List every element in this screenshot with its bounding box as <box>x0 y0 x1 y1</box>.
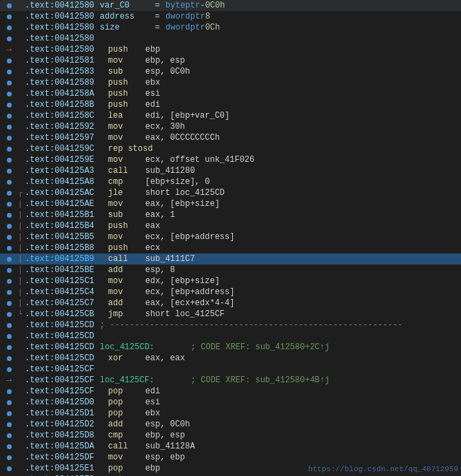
breakpoint-dot[interactable] <box>7 37 12 41</box>
breakpoint-dot[interactable] <box>7 14 12 19</box>
address: .text:004125D0 <box>25 397 94 407</box>
table-row: .text:00412581movebp, esp <box>0 55 461 66</box>
breakpoint-dot[interactable] <box>7 191 12 196</box>
breakpoint-dot[interactable] <box>7 279 12 284</box>
breakpoint-dot[interactable] <box>7 136 12 141</box>
mnemonic: add <box>94 298 143 308</box>
table-row: │.text:004125B8pushecx <box>0 242 461 253</box>
table-row: │.text:004125B4pusheax <box>0 220 461 231</box>
code-label: loc_4125CF: <box>94 375 177 385</box>
breakpoint-dot[interactable] <box>7 92 12 96</box>
line-content: .text:004125B8pushecx <box>25 243 461 253</box>
breakpoint-dot[interactable] <box>7 444 12 449</box>
operands: esi <box>143 89 161 99</box>
table-row: .text:004125CD <box>0 331 461 342</box>
breakpoint-dot[interactable] <box>7 158 12 163</box>
breakpoint-dot[interactable] <box>7 466 12 471</box>
line-content: .text:004125AEmoveax, [ebp+size] <box>25 199 461 209</box>
breakpoint-dot[interactable] <box>7 301 12 306</box>
var-label: var_C0 <box>94 1 150 10</box>
gutter-indicator <box>3 246 15 251</box>
breakpoint-dot[interactable] <box>7 367 12 372</box>
gutter-indicator <box>3 389 15 394</box>
table-row: .text:004125CF <box>0 364 461 375</box>
breakpoint-dot[interactable] <box>7 334 12 339</box>
breakpoint-dot[interactable] <box>7 213 12 218</box>
mnemonic: push <box>94 89 143 99</box>
table-row: └.text:004125CBjmpshort loc_4125CF <box>0 309 461 320</box>
breakpoint-dot[interactable] <box>7 147 12 152</box>
breakpoint-dot[interactable] <box>7 81 12 85</box>
mnemonic: cmp <box>94 177 143 187</box>
breakpoint-dot[interactable] <box>7 235 12 240</box>
breakpoint-dot[interactable] <box>7 202 12 207</box>
breakpoint-dot[interactable] <box>7 389 12 394</box>
address: .text:004125B9 <box>25 254 94 264</box>
breakpoint-dot[interactable] <box>7 224 12 229</box>
operands: sub_411280 <box>143 166 195 176</box>
gutter-indicator <box>3 59 15 63</box>
breakpoint-dot[interactable] <box>7 345 12 350</box>
address: .text:004125B4 <box>25 221 94 231</box>
breakpoint-dot[interactable] <box>7 400 12 405</box>
line-content: .text:00412580size=dword ptr 0Ch <box>25 23 461 32</box>
bracket-area: │ <box>15 234 25 241</box>
table-row: │.text:004125B5movecx, [ebp+address] <box>0 231 461 242</box>
breakpoint-dot[interactable] <box>7 422 12 427</box>
breakpoint-dot[interactable] <box>7 125 12 130</box>
breakpoint-dot[interactable] <box>7 411 12 416</box>
breakpoint-dot[interactable] <box>7 70 12 74</box>
breakpoint-dot[interactable] <box>7 25 12 30</box>
table-row: .text:0041259Crep stosd <box>0 143 461 154</box>
table-row: │.text:004125AEmoveax, [ebp+size] <box>0 198 461 209</box>
mnemonic: xor <box>94 353 143 363</box>
mnemonic: lea <box>94 111 143 121</box>
breakpoint-dot[interactable] <box>7 246 12 251</box>
operands: ebp <box>143 464 161 473</box>
bracket-area: │ <box>15 211 25 219</box>
operands: esi <box>143 397 161 407</box>
mnemonic: push <box>94 243 143 253</box>
breakpoint-dot[interactable] <box>7 455 12 460</box>
breakpoint-dot[interactable] <box>7 3 12 8</box>
line-content: .text:00412581movebp, esp <box>25 56 461 65</box>
gutter-indicator <box>3 147 15 152</box>
address: .text:004125D2 <box>25 420 94 429</box>
line-content: .text:004125B4pusheax <box>25 221 461 231</box>
operands: ecx, offset unk_41F026 <box>143 155 254 165</box>
mnemonic: mov <box>94 199 143 209</box>
breakpoint-dot[interactable] <box>7 356 12 361</box>
breakpoint-dot[interactable] <box>7 323 12 328</box>
line-content: .text:004125C1movedx, [ebp+size] <box>25 276 461 286</box>
mnemonic: mov <box>94 155 143 165</box>
breakpoint-dot[interactable] <box>7 433 12 438</box>
operands: ecx, 30h <box>143 122 185 132</box>
breakpoint-dot[interactable] <box>7 268 12 273</box>
table-row: .text:004125DFmovesp, ebp <box>0 452 461 463</box>
equals-sign: = <box>150 1 165 10</box>
breakpoint-dot[interactable] <box>7 169 12 174</box>
gutter-indicator <box>3 169 15 174</box>
table-row: │.text:004125C4movecx, [ebp+address] <box>0 287 461 298</box>
breakpoint-dot[interactable] <box>7 290 12 295</box>
operands: eax, [ecx+edx*4-4] <box>143 298 235 308</box>
bracket-area: │ <box>15 200 25 208</box>
table-row: .text:004125A8cmp[ebp+size], 0 <box>0 176 461 187</box>
breakpoint-dot[interactable] <box>7 312 12 317</box>
line-content: .text:004125CDxoreax, eax <box>25 353 461 363</box>
breakpoint-dot[interactable] <box>7 257 12 262</box>
bracket-area: │ <box>15 267 25 274</box>
address: .text:00412581 <box>25 56 94 65</box>
gutter-indicator <box>3 323 15 328</box>
xref-comment: ; CODE XREF: sub_412580+2C↑j <box>177 342 330 352</box>
gutter-indicator <box>3 290 15 295</box>
breakpoint-dot[interactable] <box>7 103 12 107</box>
operands: ebp <box>143 45 161 54</box>
breakpoint-dot[interactable] <box>7 114 12 118</box>
address: .text:004125C4 <box>25 287 94 297</box>
gutter-indicator <box>3 103 15 107</box>
breakpoint-dot[interactable] <box>7 180 12 185</box>
breakpoint-dot[interactable] <box>7 59 12 63</box>
address: .text:004125D1 <box>25 408 94 418</box>
watermark: https://blog.csdn.net/qq_40712959 <box>308 465 458 473</box>
